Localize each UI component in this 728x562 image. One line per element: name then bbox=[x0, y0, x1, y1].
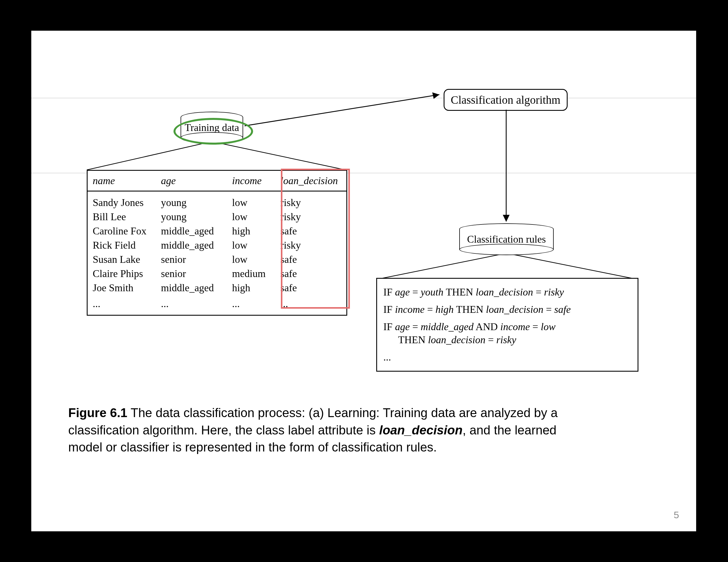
training-data-label: Training data bbox=[185, 122, 239, 134]
table-row: Claire Phips senior medium safe bbox=[88, 267, 346, 281]
table-row: Joe Smith middle_aged high safe bbox=[88, 281, 346, 295]
table-row: Bill Lee young low risky bbox=[88, 210, 346, 224]
rule-row: IF age = middle_aged AND income = low TH… bbox=[383, 320, 631, 347]
svg-line-1 bbox=[212, 142, 346, 170]
page-number: 5 bbox=[674, 509, 679, 520]
figure-label: Figure 6.1 bbox=[68, 406, 127, 420]
expand-cone-left bbox=[87, 139, 348, 173]
training-data-table: name age income loan_decision Sandy Jone… bbox=[87, 170, 347, 316]
svg-marker-3 bbox=[432, 92, 439, 99]
caption-emph: loan_decision bbox=[379, 423, 462, 437]
col-loan-decision: loan_decision bbox=[275, 171, 341, 191]
expand-cone-right bbox=[377, 251, 644, 281]
rule-row: IF age = youth THEN loan_decision = risk… bbox=[383, 285, 631, 299]
table-row-ellipsis: ... ... ... ... bbox=[88, 295, 346, 311]
table-row: Susan Lake senior low safe bbox=[88, 252, 346, 267]
classification-algorithm-box: Classification algorithm bbox=[444, 89, 568, 111]
table-header-row: name age income loan_decision bbox=[88, 171, 346, 192]
arrow-algorithm-to-rules bbox=[498, 110, 515, 223]
table-row: Rick Field middle_aged low risky bbox=[88, 238, 346, 252]
col-name: name bbox=[88, 171, 156, 191]
arrow-training-to-algorithm bbox=[243, 86, 448, 129]
col-income: income bbox=[227, 171, 275, 191]
classification-algorithm-label: Classification algorithm bbox=[451, 94, 561, 106]
figure-caption: Figure 6.1 The data classification proce… bbox=[68, 404, 586, 456]
svg-line-7 bbox=[506, 253, 637, 279]
slide: Training data name age income loan_decis… bbox=[31, 31, 696, 531]
classification-rules-label: Classification rules bbox=[467, 233, 546, 245]
classification-rules-box: IF age = youth THEN loan_decision = risk… bbox=[376, 278, 638, 372]
rule-row: IF income = high THEN loan_decision = sa… bbox=[383, 303, 631, 316]
svg-line-2 bbox=[245, 95, 439, 126]
classification-rules-cylinder: Classification rules bbox=[459, 223, 554, 255]
svg-line-6 bbox=[377, 253, 506, 279]
rule-row-ellipsis: ... bbox=[383, 350, 631, 364]
svg-line-0 bbox=[87, 142, 212, 170]
training-data-cylinder: Training data bbox=[181, 112, 243, 144]
table-row: Sandy Jones young low risky bbox=[88, 196, 346, 210]
svg-marker-5 bbox=[503, 215, 510, 222]
table-row: Caroline Fox middle_aged high safe bbox=[88, 224, 346, 238]
col-age: age bbox=[156, 171, 227, 191]
